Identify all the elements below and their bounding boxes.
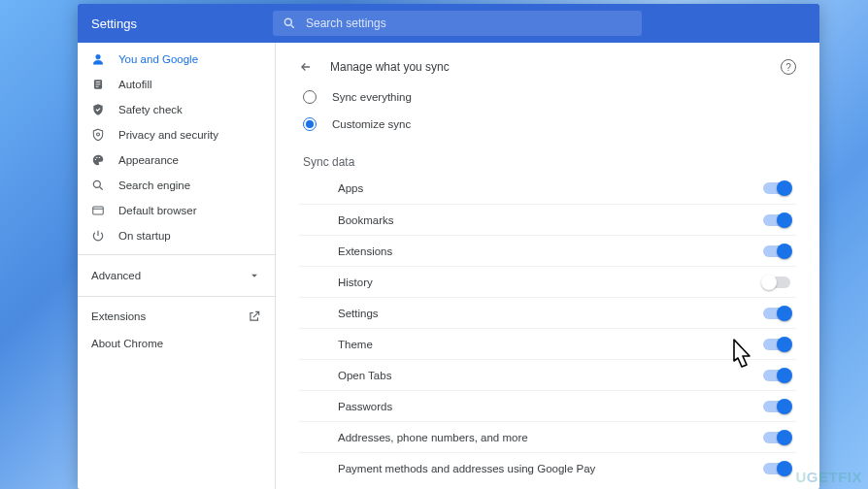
sync-item-label: History <box>338 277 373 288</box>
shield-icon <box>91 128 105 142</box>
person-icon <box>91 52 105 66</box>
chevron-down-icon <box>248 269 261 282</box>
sidebar-item-label: Autofill <box>118 79 152 90</box>
toggle-switch[interactable] <box>763 277 790 288</box>
svg-point-10 <box>99 157 100 158</box>
sidebar-item-you-and-google[interactable]: You and Google <box>78 47 275 72</box>
radio-label: Sync everything <box>332 91 412 103</box>
app-title: Settings <box>91 16 137 31</box>
sync-row-extensions: Extensions <box>299 235 796 266</box>
radio-label: Customize sync <box>332 118 411 130</box>
sidebar-item-appearance[interactable]: Appearance <box>78 147 275 173</box>
search-container[interactable] <box>273 11 642 36</box>
sync-data-list: AppsBookmarksExtensionsHistorySettingsTh… <box>299 173 796 483</box>
svg-line-1 <box>291 25 294 28</box>
toggle-switch[interactable] <box>763 339 790 350</box>
svg-point-8 <box>95 159 96 160</box>
sidebar-item-privacy[interactable]: Privacy and security <box>78 122 275 147</box>
page-title: Manage what you sync <box>330 60 450 74</box>
sync-item-label: Apps <box>338 182 363 194</box>
sync-row-apps: Apps <box>299 173 796 204</box>
sidebar-item-search-engine[interactable]: Search engine <box>78 173 275 198</box>
sync-row-payment-methods-and-addresses-using-google-pay: Payment methods and addresses using Goog… <box>299 452 796 483</box>
about-label: About Chrome <box>91 338 163 349</box>
sync-item-label: Bookmarks <box>338 214 394 226</box>
sync-row-addresses-phone-numbers-and-more: Addresses, phone numbers, and more <box>299 421 796 452</box>
power-icon <box>91 229 105 243</box>
toggle-switch[interactable] <box>763 401 790 412</box>
svg-point-9 <box>96 157 97 158</box>
search-icon <box>91 179 105 192</box>
sidebar: You and GoogleAutofillSafety checkPrivac… <box>78 43 276 489</box>
sidebar-item-label: Default browser <box>118 205 197 216</box>
divider <box>78 254 275 255</box>
sync-item-label: Extensions <box>338 245 392 257</box>
check-shield-icon <box>91 103 105 116</box>
sidebar-item-label: Privacy and security <box>118 129 218 141</box>
top-bar: Settings <box>78 4 819 43</box>
sync-row-history: History <box>299 266 796 297</box>
sync-row-settings: Settings <box>299 297 796 328</box>
sidebar-item-label: You and Google <box>118 53 198 65</box>
radio-customize-sync[interactable]: Customize sync <box>299 111 796 138</box>
sync-data-section-label: Sync data <box>303 155 796 169</box>
sidebar-item-label: Appearance <box>118 154 179 166</box>
sidebar-item-default-browser[interactable]: Default browser <box>78 198 275 223</box>
advanced-label: Advanced <box>91 270 141 281</box>
toggle-switch[interactable] <box>763 432 790 443</box>
svg-point-2 <box>96 54 101 59</box>
back-arrow-icon[interactable] <box>299 60 313 74</box>
sidebar-item-label: Search engine <box>118 179 190 191</box>
sync-row-bookmarks: Bookmarks <box>299 204 796 235</box>
sync-row-open-tabs: Open Tabs <box>299 359 796 390</box>
sidebar-item-extensions[interactable]: Extensions <box>78 303 275 330</box>
sync-item-label: Settings <box>338 308 379 319</box>
main-pane: Manage what you sync ? Sync everything C… <box>276 43 819 489</box>
sidebar-item-label: On startup <box>118 230 171 242</box>
toggle-switch[interactable] <box>763 245 790 257</box>
extensions-label: Extensions <box>91 310 146 322</box>
toggle-switch[interactable] <box>763 182 790 194</box>
toggle-switch[interactable] <box>763 463 790 474</box>
help-icon[interactable]: ? <box>781 59 796 75</box>
page-header: Manage what you sync ? <box>299 50 796 83</box>
sync-row-passwords: Passwords <box>299 390 796 421</box>
radio-icon <box>303 90 317 104</box>
content-area: You and GoogleAutofillSafety checkPrivac… <box>78 43 819 489</box>
palette-icon <box>91 153 105 167</box>
sync-item-label: Payment methods and addresses using Goog… <box>338 463 595 474</box>
sidebar-item-about[interactable]: About Chrome <box>78 330 275 357</box>
svg-rect-6 <box>96 86 99 87</box>
search-input[interactable] <box>306 16 632 30</box>
autofill-icon <box>91 78 105 91</box>
settings-window: Settings You and GoogleAutofillSafety ch… <box>78 4 819 489</box>
sidebar-item-label: Safety check <box>118 104 183 115</box>
radio-sync-everything[interactable]: Sync everything <box>299 83 796 111</box>
search-icon <box>283 16 296 30</box>
svg-point-11 <box>93 180 100 187</box>
svg-line-12 <box>100 187 103 190</box>
sync-item-label: Open Tabs <box>338 370 391 381</box>
svg-rect-4 <box>96 82 101 82</box>
sync-row-theme: Theme <box>299 328 796 359</box>
open-external-icon <box>248 310 261 323</box>
toggle-switch[interactable] <box>763 370 790 381</box>
browser-icon <box>91 204 105 217</box>
divider <box>78 296 275 297</box>
advanced-toggle[interactable]: Advanced <box>78 261 275 290</box>
sync-item-label: Theme <box>338 339 373 350</box>
toggle-switch[interactable] <box>763 214 790 226</box>
radio-icon <box>303 117 317 131</box>
sidebar-item-safety-check[interactable]: Safety check <box>78 97 275 122</box>
sidebar-item-autofill[interactable]: Autofill <box>78 72 275 97</box>
sync-item-label: Addresses, phone numbers, and more <box>338 432 528 443</box>
sidebar-item-on-startup[interactable]: On startup <box>78 223 275 248</box>
svg-point-0 <box>284 18 291 25</box>
svg-rect-5 <box>96 83 101 84</box>
toggle-switch[interactable] <box>763 308 790 319</box>
svg-point-7 <box>97 133 100 136</box>
sync-item-label: Passwords <box>338 401 392 412</box>
svg-rect-13 <box>93 207 104 214</box>
watermark: UGETFIX <box>795 469 862 485</box>
